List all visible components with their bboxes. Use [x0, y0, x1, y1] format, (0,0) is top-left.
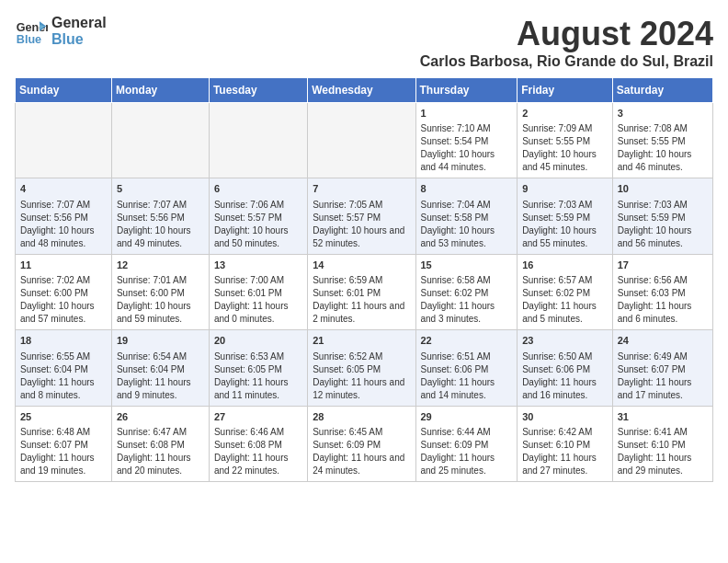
day-info: Sunrise: 6:42 AMSunset: 6:10 PMDaylight:… — [522, 426, 608, 477]
calendar-cell: 4Sunrise: 7:07 AMSunset: 5:56 PMDaylight… — [16, 178, 112, 254]
day-info: Sunrise: 7:03 AMSunset: 5:59 PMDaylight:… — [522, 199, 608, 250]
calendar-cell — [111, 103, 209, 178]
day-info: Sunrise: 7:08 AMSunset: 5:55 PMDaylight:… — [618, 122, 708, 174]
day-info: Sunrise: 7:09 AMSunset: 5:55 PMDaylight:… — [522, 122, 608, 174]
day-number: 4 — [20, 182, 107, 196]
calendar-cell: 20Sunrise: 6:53 AMSunset: 6:05 PMDayligh… — [209, 330, 307, 406]
day-number: 23 — [522, 334, 608, 348]
weekday-header: Sunday — [16, 78, 112, 103]
calendar-cell: 9Sunrise: 7:03 AMSunset: 5:59 PMDaylight… — [518, 178, 613, 254]
day-info: Sunrise: 6:58 AMSunset: 6:02 PMDaylight:… — [421, 274, 513, 326]
day-number: 3 — [618, 107, 708, 121]
logo-line1: General — [51, 15, 107, 31]
calendar-week-row: 18Sunrise: 6:55 AMSunset: 6:04 PMDayligh… — [16, 330, 713, 406]
day-info: Sunrise: 7:07 AMSunset: 5:56 PMDaylight:… — [20, 199, 107, 250]
day-number: 6 — [214, 182, 302, 196]
day-info: Sunrise: 7:02 AMSunset: 6:00 PMDaylight:… — [20, 274, 107, 326]
day-info: Sunrise: 6:44 AMSunset: 6:09 PMDaylight:… — [421, 426, 513, 477]
day-info: Sunrise: 6:41 AMSunset: 6:10 PMDaylight:… — [618, 426, 708, 477]
calendar-week-row: 1Sunrise: 7:10 AMSunset: 5:54 PMDaylight… — [16, 103, 713, 178]
calendar-cell: 16Sunrise: 6:57 AMSunset: 6:02 PMDayligh… — [518, 254, 613, 329]
calendar-cell: 23Sunrise: 6:50 AMSunset: 6:06 PMDayligh… — [518, 330, 613, 406]
day-number: 11 — [20, 259, 107, 272]
day-info: Sunrise: 7:01 AMSunset: 6:00 PMDaylight:… — [117, 274, 204, 326]
day-number: 18 — [20, 334, 107, 348]
svg-text:Blue: Blue — [17, 33, 41, 46]
weekday-header: Monday — [111, 78, 209, 103]
calendar-cell: 2Sunrise: 7:09 AMSunset: 5:55 PMDaylight… — [518, 103, 613, 178]
day-number: 9 — [522, 182, 608, 196]
calendar-cell: 30Sunrise: 6:42 AMSunset: 6:10 PMDayligh… — [518, 406, 613, 481]
calendar-cell: 8Sunrise: 7:04 AMSunset: 5:58 PMDaylight… — [415, 178, 518, 254]
day-number: 21 — [313, 334, 410, 348]
day-info: Sunrise: 6:56 AMSunset: 6:03 PMDaylight:… — [618, 274, 708, 326]
calendar-cell: 26Sunrise: 6:47 AMSunset: 6:08 PMDayligh… — [111, 406, 209, 481]
day-number: 24 — [618, 334, 708, 348]
day-number: 17 — [618, 259, 708, 272]
day-info: Sunrise: 7:00 AMSunset: 6:01 PMDaylight:… — [214, 274, 302, 326]
day-info: Sunrise: 7:06 AMSunset: 5:57 PMDaylight:… — [214, 199, 302, 250]
calendar-cell: 24Sunrise: 6:49 AMSunset: 6:07 PMDayligh… — [612, 330, 712, 406]
calendar-cell: 28Sunrise: 6:45 AMSunset: 6:09 PMDayligh… — [308, 406, 415, 481]
calendar-cell: 5Sunrise: 7:07 AMSunset: 5:56 PMDaylight… — [111, 178, 209, 254]
logo: General Blue General Blue — [15, 15, 107, 48]
day-info: Sunrise: 6:49 AMSunset: 6:07 PMDaylight:… — [618, 350, 708, 402]
logo-line2: Blue — [51, 31, 107, 48]
calendar-cell: 22Sunrise: 6:51 AMSunset: 6:06 PMDayligh… — [415, 330, 518, 406]
calendar-week-row: 11Sunrise: 7:02 AMSunset: 6:00 PMDayligh… — [16, 254, 713, 329]
day-number: 26 — [117, 410, 204, 424]
calendar-cell: 1Sunrise: 7:10 AMSunset: 5:54 PMDaylight… — [415, 103, 518, 178]
day-info: Sunrise: 6:53 AMSunset: 6:05 PMDaylight:… — [214, 350, 302, 402]
day-number: 28 — [313, 410, 410, 424]
day-info: Sunrise: 7:03 AMSunset: 5:59 PMDaylight:… — [618, 199, 708, 250]
day-number: 25 — [20, 410, 107, 424]
logo-icon: General Blue — [15, 15, 48, 48]
calendar-cell: 15Sunrise: 6:58 AMSunset: 6:02 PMDayligh… — [415, 254, 518, 329]
calendar-cell: 6Sunrise: 7:06 AMSunset: 5:57 PMDaylight… — [209, 178, 307, 254]
calendar-cell: 3Sunrise: 7:08 AMSunset: 5:55 PMDaylight… — [612, 103, 712, 178]
calendar-cell: 18Sunrise: 6:55 AMSunset: 6:04 PMDayligh… — [16, 330, 112, 406]
day-info: Sunrise: 6:59 AMSunset: 6:01 PMDaylight:… — [313, 274, 410, 326]
location-title: Carlos Barbosa, Rio Grande do Sul, Brazi… — [420, 53, 713, 70]
weekday-header-row: SundayMondayTuesdayWednesdayThursdayFrid… — [16, 78, 713, 103]
calendar-cell: 13Sunrise: 7:00 AMSunset: 6:01 PMDayligh… — [209, 254, 307, 329]
day-info: Sunrise: 6:51 AMSunset: 6:06 PMDaylight:… — [421, 350, 513, 402]
calendar-cell: 17Sunrise: 6:56 AMSunset: 6:03 PMDayligh… — [612, 254, 712, 329]
weekday-header: Saturday — [612, 78, 712, 103]
day-info: Sunrise: 6:55 AMSunset: 6:04 PMDaylight:… — [20, 350, 107, 402]
calendar-table: SundayMondayTuesdayWednesdayThursdayFrid… — [15, 77, 713, 482]
calendar-cell: 31Sunrise: 6:41 AMSunset: 6:10 PMDayligh… — [612, 406, 712, 481]
day-number: 5 — [117, 182, 204, 196]
calendar-cell — [16, 103, 112, 178]
calendar-cell: 19Sunrise: 6:54 AMSunset: 6:04 PMDayligh… — [111, 330, 209, 406]
day-number: 19 — [117, 334, 204, 348]
calendar-cell: 10Sunrise: 7:03 AMSunset: 5:59 PMDayligh… — [612, 178, 712, 254]
title-area: August 2024 Carlos Barbosa, Rio Grande d… — [420, 15, 713, 70]
day-info: Sunrise: 7:10 AMSunset: 5:54 PMDaylight:… — [421, 122, 513, 174]
weekday-header: Wednesday — [308, 78, 415, 103]
day-number: 20 — [214, 334, 302, 348]
day-info: Sunrise: 6:48 AMSunset: 6:07 PMDaylight:… — [20, 426, 107, 477]
day-number: 15 — [421, 259, 513, 272]
day-info: Sunrise: 6:46 AMSunset: 6:08 PMDaylight:… — [214, 426, 302, 477]
day-number: 27 — [214, 410, 302, 424]
day-number: 30 — [522, 410, 608, 424]
day-number: 14 — [313, 259, 410, 272]
day-number: 16 — [522, 259, 608, 272]
day-info: Sunrise: 7:05 AMSunset: 5:57 PMDaylight:… — [313, 199, 410, 250]
day-info: Sunrise: 6:57 AMSunset: 6:02 PMDaylight:… — [522, 274, 608, 326]
day-info: Sunrise: 6:52 AMSunset: 6:05 PMDaylight:… — [313, 350, 410, 402]
day-number: 22 — [421, 334, 513, 348]
calendar-cell: 27Sunrise: 6:46 AMSunset: 6:08 PMDayligh… — [209, 406, 307, 481]
calendar-week-row: 4Sunrise: 7:07 AMSunset: 5:56 PMDaylight… — [16, 178, 713, 254]
page-header: General Blue General Blue August 2024 Ca… — [15, 15, 713, 70]
day-info: Sunrise: 6:54 AMSunset: 6:04 PMDaylight:… — [117, 350, 204, 402]
day-info: Sunrise: 7:07 AMSunset: 5:56 PMDaylight:… — [117, 199, 204, 250]
day-info: Sunrise: 7:04 AMSunset: 5:58 PMDaylight:… — [421, 199, 513, 250]
calendar-cell: 21Sunrise: 6:52 AMSunset: 6:05 PMDayligh… — [308, 330, 415, 406]
calendar-cell: 14Sunrise: 6:59 AMSunset: 6:01 PMDayligh… — [308, 254, 415, 329]
day-number: 1 — [421, 107, 513, 121]
day-info: Sunrise: 6:47 AMSunset: 6:08 PMDaylight:… — [117, 426, 204, 477]
day-number: 2 — [522, 107, 608, 121]
day-number: 8 — [421, 182, 513, 196]
